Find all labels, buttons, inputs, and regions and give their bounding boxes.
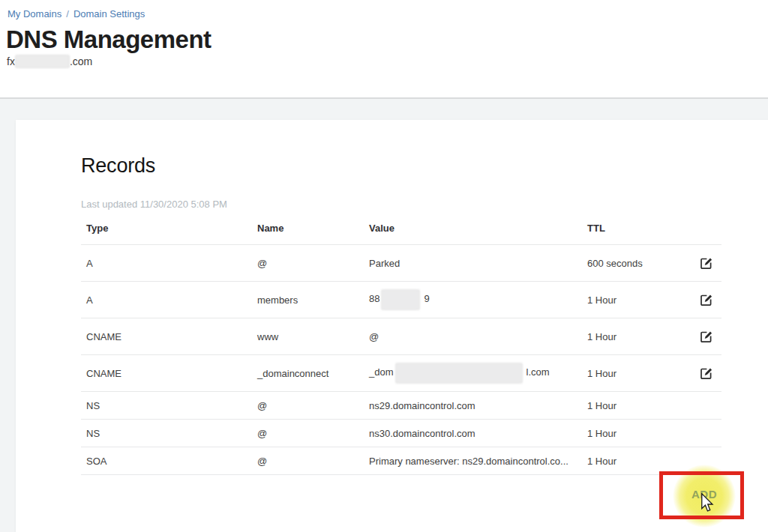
column-header-name: Name: [257, 223, 369, 234]
domain-suffix: .com: [70, 55, 92, 67]
cell-ttl: 1 Hour: [587, 456, 676, 467]
edit-record-button[interactable]: [700, 292, 715, 307]
cell-type: CNAME: [86, 368, 257, 379]
value-prefix: @: [369, 331, 379, 342]
value-prefix: ns29.domaincontrol.com: [369, 400, 476, 411]
edit-icon: [700, 256, 715, 270]
table-row: NS @ ns30.domaincontrol.com 1 Hour: [81, 420, 722, 447]
value-suffix: 9: [424, 293, 429, 304]
value-prefix: _dom: [369, 366, 394, 378]
edit-icon: [700, 330, 715, 343]
records-table: Type Name Value TTL A @ Parked 600 secon…: [81, 223, 722, 475]
table-row: CNAME _domainconnect _doml.com 1 Hour: [81, 355, 722, 392]
column-header-ttl: TTL: [587, 223, 676, 234]
cell-ttl: 1 Hour: [587, 331, 676, 342]
cell-type: A: [86, 294, 257, 306]
cell-name: @: [257, 400, 369, 411]
edit-record-button[interactable]: [700, 256, 715, 270]
last-updated-text: Last updated 11/30/2020 5:08 PM: [81, 199, 768, 210]
page-header: My Domains/Domain Settings DNS Managemen…: [0, 0, 768, 97]
value-redaction-blur: [382, 290, 419, 309]
breadcrumb-my-domains[interactable]: My Domains: [8, 8, 62, 19]
table-row: SOA @ Primary nameserver: ns29.domaincon…: [81, 447, 722, 475]
value-suffix: l.com: [526, 366, 550, 378]
column-header-type: Type: [86, 223, 257, 234]
value-prefix: Primary nameserver: ns29.domaincontrol.c…: [369, 456, 568, 467]
cell-value: ns30.domaincontrol.com: [369, 428, 587, 439]
edit-icon: [700, 293, 715, 306]
value-prefix: 88: [369, 293, 380, 304]
page-title: DNS Management: [6, 25, 212, 54]
cell-name: members: [257, 294, 369, 306]
edit-record-button[interactable]: [700, 366, 715, 381]
table-row: A @ Parked 600 seconds: [81, 245, 722, 282]
table-row: NS @ ns29.domaincontrol.com 1 Hour: [81, 392, 722, 420]
cell-name: _domainconnect: [257, 368, 369, 379]
records-table-body: A @ Parked 600 seconds A members 889 1 H…: [81, 245, 722, 475]
cell-type: SOA: [86, 456, 257, 467]
breadcrumb-separator: /: [66, 8, 69, 19]
add-record-button[interactable]: ADD: [673, 465, 736, 528]
cell-ttl: 1 Hour: [587, 294, 676, 306]
cell-type: NS: [86, 428, 257, 439]
value-redaction-blur: [396, 363, 522, 383]
domain-name: fx.com: [7, 55, 92, 69]
domain-redaction-blur: [16, 55, 69, 67]
cell-value: Primary nameserver: ns29.domaincontrol.c…: [369, 456, 587, 467]
cell-value: Parked: [369, 258, 587, 269]
cell-type: A: [86, 258, 257, 269]
cell-value: _doml.com: [369, 363, 587, 383]
cell-value: 889: [369, 290, 587, 309]
cell-name: @: [257, 456, 369, 467]
cell-value: @: [369, 331, 587, 342]
add-button-label: ADD: [692, 488, 717, 501]
domain-prefix: fx: [7, 55, 15, 67]
table-row: A members 889 1 Hour: [81, 282, 722, 318]
cell-type: NS: [86, 400, 257, 411]
breadcrumb: My Domains/Domain Settings: [8, 8, 145, 19]
cell-ttl: 1 Hour: [587, 368, 676, 379]
table-header-row: Type Name Value TTL: [81, 223, 722, 245]
cell-name: @: [257, 428, 369, 439]
value-prefix: Parked: [369, 258, 400, 269]
cell-ttl: 1 Hour: [587, 428, 676, 439]
value-prefix: ns30.domaincontrol.com: [369, 428, 476, 439]
records-card: Records Last updated 11/30/2020 5:08 PM …: [16, 120, 768, 532]
cell-name: www: [257, 331, 369, 342]
breadcrumb-domain-settings[interactable]: Domain Settings: [74, 8, 145, 19]
cell-ttl: 600 seconds: [587, 258, 676, 269]
cell-ttl: 1 Hour: [587, 400, 676, 411]
table-row: CNAME www @ 1 Hour: [81, 318, 722, 355]
cell-name: @: [257, 258, 369, 269]
cell-value: ns29.domaincontrol.com: [369, 400, 587, 411]
edit-icon: [700, 366, 715, 380]
edit-record-button[interactable]: [700, 329, 715, 344]
cell-type: CNAME: [86, 331, 257, 342]
records-heading: Records: [81, 154, 768, 178]
column-header-value: Value: [369, 223, 587, 234]
